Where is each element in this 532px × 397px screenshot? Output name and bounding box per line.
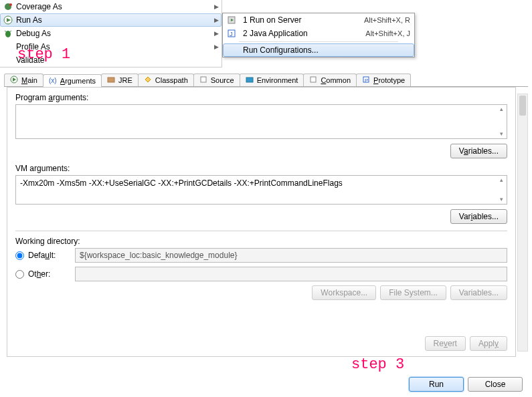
prototype-tab-icon: P bbox=[362, 76, 371, 85]
debug-icon bbox=[3, 28, 13, 39]
annotation-step-3: step 3 bbox=[351, 356, 404, 373]
scroll-down-icon[interactable]: ▾ bbox=[497, 196, 506, 205]
tab-source[interactable]: Source bbox=[193, 74, 240, 86]
button-label: Apply bbox=[478, 339, 499, 348]
tab-label: Arguments bbox=[60, 77, 96, 85]
default-radio[interactable] bbox=[15, 251, 24, 260]
annotation-step-1: step 1 bbox=[17, 46, 70, 63]
args-tab-icon: (x) bbox=[49, 76, 58, 86]
submenu-label: 1 Run on Server bbox=[243, 15, 364, 25]
shortcut: Alt+Shift+X, J bbox=[365, 29, 410, 37]
vm-args-label: VM arguments: bbox=[15, 164, 507, 173]
other-radio-label: Other: bbox=[28, 269, 75, 279]
config-tabs: Main (x)Arguments JRE Classpath Source E… bbox=[4, 72, 528, 87]
svg-rect-16 bbox=[246, 78, 253, 82]
svg-point-1 bbox=[9, 3, 12, 6]
submenu-separator bbox=[239, 41, 398, 42]
svg-text:(x): (x) bbox=[49, 77, 57, 84]
default-dir-input bbox=[75, 248, 507, 263]
svg-rect-15 bbox=[201, 77, 206, 82]
submenu-arrow-icon: ▶ bbox=[214, 43, 219, 50]
submenu-run-configurations[interactable]: Run Configurations... bbox=[223, 43, 414, 57]
dialog-footer: Run Close bbox=[405, 377, 523, 392]
scroll-up-icon[interactable]: ▴ bbox=[497, 106, 506, 115]
svg-line-6 bbox=[9, 31, 11, 32]
panel-scrollbar[interactable] bbox=[517, 94, 528, 352]
tab-label: JRE bbox=[118, 76, 132, 84]
background-grid bbox=[222, 0, 532, 13]
run-icon bbox=[3, 15, 13, 25]
coverage-icon bbox=[3, 1, 13, 12]
menu-label: Run As bbox=[16, 15, 209, 25]
separator bbox=[15, 231, 507, 231]
server-icon bbox=[227, 15, 243, 25]
source-tab-icon bbox=[199, 76, 209, 85]
svg-rect-17 bbox=[311, 77, 316, 82]
submenu-java-application[interactable]: J 2 Java Application Alt+Shift+X, J bbox=[223, 27, 414, 40]
tab-label: Common bbox=[321, 76, 351, 84]
working-dir-other-row: Other: bbox=[15, 267, 507, 281]
submenu-arrow-icon: ▶ bbox=[214, 17, 219, 23]
menu-debug-as[interactable]: Debug As ▶ bbox=[0, 27, 221, 40]
revert-button[interactable]: Revert bbox=[425, 336, 466, 351]
tab-label: Source bbox=[211, 76, 234, 84]
tab-main[interactable]: Main bbox=[4, 74, 43, 86]
menu-label: Debug As bbox=[16, 29, 209, 38]
other-dir-input bbox=[75, 267, 507, 281]
program-args-textarea[interactable] bbox=[15, 104, 507, 139]
scroll-up-icon[interactable]: ▴ bbox=[497, 176, 506, 186]
blank-icon bbox=[3, 55, 13, 65]
submenu-label: 2 Java Application bbox=[243, 29, 365, 38]
common-tab-icon bbox=[309, 76, 319, 85]
scroll-down-icon[interactable]: ▾ bbox=[497, 130, 506, 140]
close-button[interactable]: Close bbox=[468, 377, 523, 392]
vm-args-variables-button[interactable]: Variables... bbox=[450, 209, 507, 224]
submenu-arrow-icon: ▶ bbox=[214, 3, 219, 10]
submenu-label: Run Configurations... bbox=[243, 45, 410, 55]
wd-variables-button[interactable]: Variables... bbox=[450, 285, 507, 300]
arguments-panel: Program arguments: ▴ ▾ Variables... VM a… bbox=[7, 87, 516, 357]
tab-label: Main bbox=[21, 76, 37, 84]
apply-button[interactable]: Apply bbox=[470, 336, 507, 351]
env-tab-icon bbox=[246, 76, 255, 85]
button-label: Variables... bbox=[459, 146, 499, 156]
svg-text:J: J bbox=[230, 31, 233, 37]
button-label: Revert bbox=[434, 339, 457, 348]
submenu-arrow-icon: ▶ bbox=[214, 30, 219, 37]
program-args-label: Program arguments: bbox=[15, 93, 507, 102]
main-tab-icon bbox=[10, 76, 19, 85]
profile-icon bbox=[3, 41, 13, 52]
tab-label: Environment bbox=[257, 76, 298, 84]
default-radio-label: Default: bbox=[28, 251, 75, 260]
vm-args-textarea[interactable] bbox=[15, 175, 507, 205]
program-args-variables-button[interactable]: Variables... bbox=[450, 144, 507, 158]
svg-rect-14 bbox=[108, 78, 114, 82]
tab-prototype[interactable]: PPrototype bbox=[356, 74, 411, 86]
button-label: Variables... bbox=[459, 212, 499, 221]
run-as-submenu: 1 Run on Server Alt+Shift+X, R J 2 Java … bbox=[222, 13, 415, 57]
menu-run-as[interactable]: Run As ▶ bbox=[0, 13, 221, 27]
tab-environment[interactable]: Environment bbox=[240, 74, 304, 86]
svg-line-5 bbox=[5, 31, 7, 32]
java-icon: J bbox=[227, 29, 243, 38]
submenu-run-on-server[interactable]: 1 Run on Server Alt+Shift+X, R bbox=[223, 13, 414, 27]
shortcut: Alt+Shift+X, R bbox=[364, 16, 410, 24]
menu-label: Coverage As bbox=[16, 2, 209, 11]
workspace-button[interactable]: Workspace... bbox=[312, 285, 376, 300]
svg-text:P: P bbox=[365, 78, 368, 84]
tab-label: Prototype bbox=[373, 76, 405, 84]
working-dir-label: Working directory: bbox=[15, 237, 507, 246]
tab-classpath[interactable]: Classpath bbox=[138, 74, 194, 86]
menu-coverage-as[interactable]: Coverage As ▶ bbox=[0, 0, 221, 13]
other-radio[interactable] bbox=[15, 270, 24, 279]
run-button[interactable]: Run bbox=[409, 377, 464, 392]
tab-label: Classpath bbox=[155, 76, 188, 84]
classpath-tab-icon bbox=[144, 76, 153, 85]
working-dir-default-row: Default: bbox=[15, 248, 507, 263]
filesystem-button[interactable]: File System... bbox=[380, 285, 446, 300]
tab-arguments[interactable]: (x)Arguments bbox=[43, 74, 102, 87]
tab-jre[interactable]: JRE bbox=[101, 74, 139, 86]
jre-tab-icon bbox=[107, 76, 116, 85]
tab-common[interactable]: Common bbox=[303, 74, 357, 86]
